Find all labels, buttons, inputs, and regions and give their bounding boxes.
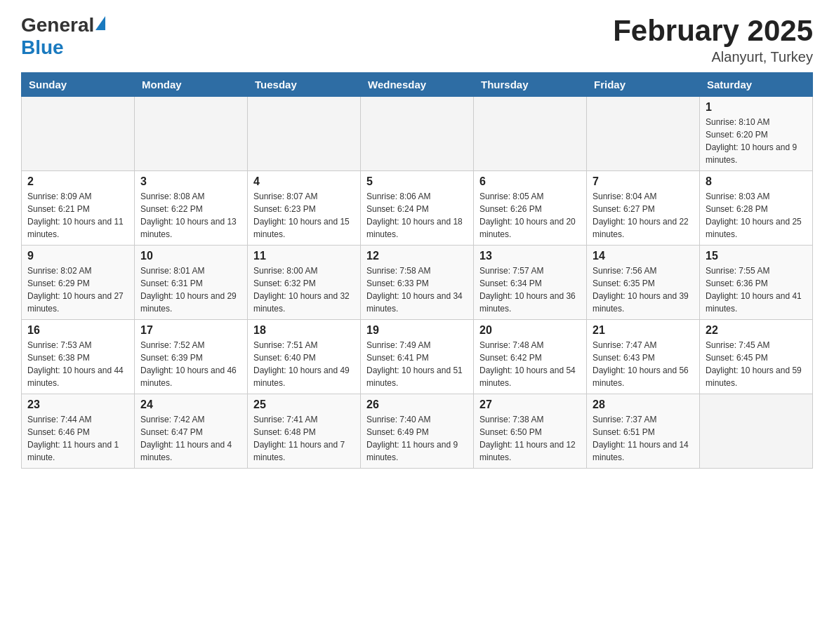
calendar-cell: 7Sunrise: 8:04 AM Sunset: 6:27 PM Daylig…	[587, 171, 700, 246]
calendar-cell: 25Sunrise: 7:41 AM Sunset: 6:48 PM Dayli…	[248, 394, 361, 469]
day-number: 6	[479, 175, 581, 188]
weekday-header-wednesday: Wednesday	[361, 73, 474, 97]
calendar-cell: 28Sunrise: 7:37 AM Sunset: 6:51 PM Dayli…	[587, 394, 700, 469]
day-number: 13	[479, 250, 581, 262]
day-info: Sunrise: 7:44 AM Sunset: 6:46 PM Dayligh…	[27, 413, 128, 464]
day-info: Sunrise: 7:53 AM Sunset: 6:38 PM Dayligh…	[27, 339, 128, 389]
day-info: Sunrise: 7:58 AM Sunset: 6:33 PM Dayligh…	[366, 264, 468, 315]
calendar-cell	[587, 97, 700, 171]
calendar-cell: 9Sunrise: 8:02 AM Sunset: 6:29 PM Daylig…	[22, 246, 135, 320]
calendar-cell: 5Sunrise: 8:06 AM Sunset: 6:24 PM Daylig…	[361, 171, 474, 246]
calendar-cell: 23Sunrise: 7:44 AM Sunset: 6:46 PM Dayli…	[22, 394, 135, 469]
day-number: 2	[27, 175, 128, 188]
calendar-cell: 13Sunrise: 7:57 AM Sunset: 6:34 PM Dayli…	[474, 246, 587, 320]
day-number: 4	[253, 175, 355, 188]
day-number: 16	[27, 324, 128, 337]
day-number: 15	[706, 250, 807, 262]
day-info: Sunrise: 7:48 AM Sunset: 6:42 PM Dayligh…	[479, 339, 581, 389]
day-info: Sunrise: 8:00 AM Sunset: 6:32 PM Dayligh…	[253, 264, 355, 315]
day-info: Sunrise: 7:52 AM Sunset: 6:39 PM Dayligh…	[140, 339, 241, 389]
day-number: 18	[253, 324, 355, 337]
calendar-cell	[135, 97, 248, 171]
day-number: 22	[706, 324, 807, 337]
calendar-cell	[474, 97, 587, 171]
calendar-cell: 8Sunrise: 8:03 AM Sunset: 6:28 PM Daylig…	[700, 171, 813, 246]
day-number: 3	[140, 175, 241, 188]
day-number: 17	[140, 324, 241, 337]
day-info: Sunrise: 7:42 AM Sunset: 6:47 PM Dayligh…	[140, 413, 241, 464]
week-row-4: 16Sunrise: 7:53 AM Sunset: 6:38 PM Dayli…	[22, 320, 813, 394]
week-row-5: 23Sunrise: 7:44 AM Sunset: 6:46 PM Dayli…	[22, 394, 813, 469]
day-number: 1	[706, 101, 807, 114]
title-block: February 2025 Alanyurt, Turkey	[613, 14, 813, 65]
day-number: 14	[593, 250, 694, 262]
logo-blue-text: Blue	[21, 36, 64, 59]
day-info: Sunrise: 7:47 AM Sunset: 6:43 PM Dayligh…	[593, 339, 694, 389]
weekday-header-monday: Monday	[135, 73, 248, 97]
weekday-header-sunday: Sunday	[22, 73, 135, 97]
calendar-cell: 10Sunrise: 8:01 AM Sunset: 6:31 PM Dayli…	[135, 246, 248, 320]
calendar-cell: 16Sunrise: 7:53 AM Sunset: 6:38 PM Dayli…	[22, 320, 135, 394]
calendar-cell: 20Sunrise: 7:48 AM Sunset: 6:42 PM Dayli…	[474, 320, 587, 394]
weekday-header-thursday: Thursday	[474, 73, 587, 97]
calendar-cell: 22Sunrise: 7:45 AM Sunset: 6:45 PM Dayli…	[700, 320, 813, 394]
day-info: Sunrise: 8:05 AM Sunset: 6:26 PM Dayligh…	[479, 190, 581, 241]
calendar-cell: 3Sunrise: 8:08 AM Sunset: 6:22 PM Daylig…	[135, 171, 248, 246]
calendar-cell: 1Sunrise: 8:10 AM Sunset: 6:20 PM Daylig…	[700, 97, 813, 171]
calendar-cell: 27Sunrise: 7:38 AM Sunset: 6:50 PM Dayli…	[474, 394, 587, 469]
day-number: 19	[366, 324, 468, 337]
day-number: 27	[479, 398, 581, 411]
calendar-cell: 24Sunrise: 7:42 AM Sunset: 6:47 PM Dayli…	[135, 394, 248, 469]
week-row-2: 2Sunrise: 8:09 AM Sunset: 6:21 PM Daylig…	[22, 171, 813, 246]
calendar-cell: 6Sunrise: 8:05 AM Sunset: 6:26 PM Daylig…	[474, 171, 587, 246]
day-number: 20	[479, 324, 581, 337]
day-number: 21	[593, 324, 694, 337]
day-info: Sunrise: 7:37 AM Sunset: 6:51 PM Dayligh…	[593, 413, 694, 464]
calendar-title: February 2025	[613, 14, 813, 48]
day-info: Sunrise: 7:49 AM Sunset: 6:41 PM Dayligh…	[366, 339, 468, 389]
calendar-table: SundayMondayTuesdayWednesdayThursdayFrid…	[21, 72, 813, 469]
day-number: 28	[593, 398, 694, 411]
day-info: Sunrise: 8:02 AM Sunset: 6:29 PM Dayligh…	[27, 264, 128, 315]
day-number: 7	[593, 175, 694, 188]
calendar-cell: 15Sunrise: 7:55 AM Sunset: 6:36 PM Dayli…	[700, 246, 813, 320]
day-number: 8	[706, 175, 807, 188]
week-row-1: 1Sunrise: 8:10 AM Sunset: 6:20 PM Daylig…	[22, 97, 813, 171]
calendar-cell	[22, 97, 135, 171]
day-number: 24	[140, 398, 241, 411]
calendar-cell	[700, 394, 813, 469]
calendar-cell: 12Sunrise: 7:58 AM Sunset: 6:33 PM Dayli…	[361, 246, 474, 320]
calendar-cell: 11Sunrise: 8:00 AM Sunset: 6:32 PM Dayli…	[248, 246, 361, 320]
calendar-cell: 18Sunrise: 7:51 AM Sunset: 6:40 PM Dayli…	[248, 320, 361, 394]
logo-triangle-icon	[95, 16, 105, 30]
day-number: 9	[27, 250, 128, 262]
calendar-cell: 19Sunrise: 7:49 AM Sunset: 6:41 PM Dayli…	[361, 320, 474, 394]
calendar-cell: 2Sunrise: 8:09 AM Sunset: 6:21 PM Daylig…	[22, 171, 135, 246]
calendar-cell: 17Sunrise: 7:52 AM Sunset: 6:39 PM Dayli…	[135, 320, 248, 394]
logo-general-text: General	[21, 14, 94, 36]
day-number: 12	[366, 250, 468, 262]
logo: General Blue	[21, 14, 105, 59]
calendar-cell: 21Sunrise: 7:47 AM Sunset: 6:43 PM Dayli…	[587, 320, 700, 394]
day-number: 25	[253, 398, 355, 411]
day-info: Sunrise: 7:55 AM Sunset: 6:36 PM Dayligh…	[706, 264, 807, 315]
week-row-3: 9Sunrise: 8:02 AM Sunset: 6:29 PM Daylig…	[22, 246, 813, 320]
calendar-subtitle: Alanyurt, Turkey	[613, 49, 813, 65]
weekday-header-saturday: Saturday	[700, 73, 813, 97]
day-number: 23	[27, 398, 128, 411]
calendar-cell	[361, 97, 474, 171]
calendar-cell	[248, 97, 361, 171]
day-info: Sunrise: 7:40 AM Sunset: 6:49 PM Dayligh…	[366, 413, 468, 464]
day-info: Sunrise: 8:06 AM Sunset: 6:24 PM Dayligh…	[366, 190, 468, 241]
day-number: 26	[366, 398, 468, 411]
weekday-header-tuesday: Tuesday	[248, 73, 361, 97]
day-number: 10	[140, 250, 241, 262]
day-info: Sunrise: 8:07 AM Sunset: 6:23 PM Dayligh…	[253, 190, 355, 241]
calendar-cell: 14Sunrise: 7:56 AM Sunset: 6:35 PM Dayli…	[587, 246, 700, 320]
day-info: Sunrise: 8:04 AM Sunset: 6:27 PM Dayligh…	[593, 190, 694, 241]
day-number: 11	[253, 250, 355, 262]
day-info: Sunrise: 7:56 AM Sunset: 6:35 PM Dayligh…	[593, 264, 694, 315]
day-info: Sunrise: 8:08 AM Sunset: 6:22 PM Dayligh…	[140, 190, 241, 241]
day-info: Sunrise: 7:57 AM Sunset: 6:34 PM Dayligh…	[479, 264, 581, 315]
day-info: Sunrise: 8:03 AM Sunset: 6:28 PM Dayligh…	[706, 190, 807, 241]
